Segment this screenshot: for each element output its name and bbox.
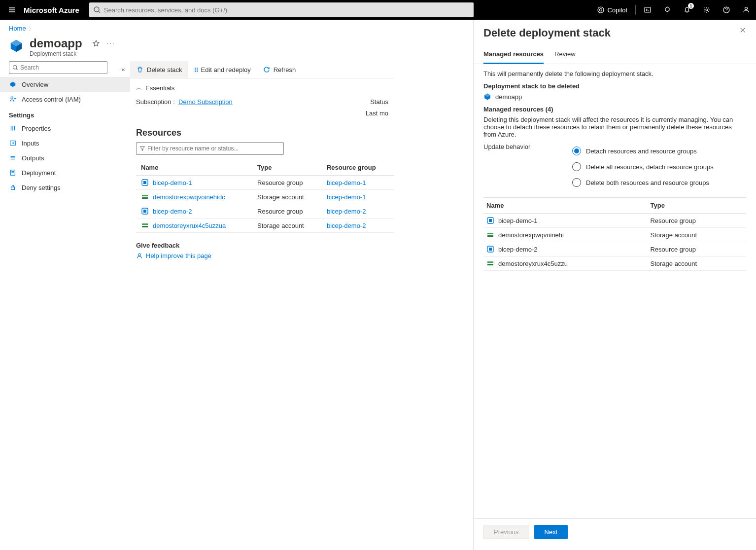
svg-point-8 — [706, 9, 708, 11]
col-rg[interactable]: Resource group — [322, 160, 394, 176]
page-header: demoapp Deployment stack ··· — [0, 35, 394, 61]
radio-detach[interactable]: Detach resources and resource groups — [572, 143, 714, 159]
rg-link[interactable]: bicep-demo-2 — [327, 222, 366, 229]
radio-icon — [572, 178, 581, 187]
breadcrumb-home[interactable]: Home — [9, 25, 26, 32]
search-icon — [93, 6, 101, 14]
sidebar-search[interactable] — [9, 61, 107, 74]
topbar: Microsoft Azure Copilot 1 — [0, 0, 756, 20]
properties-icon — [9, 124, 17, 132]
rg-link[interactable]: bicep-demo-1 — [327, 179, 366, 186]
update-behavior-radios: Detach resources and resource groups Del… — [572, 143, 714, 190]
person-icon — [136, 253, 143, 259]
directories-icon[interactable] — [657, 0, 677, 20]
delete-panel: Delete deployment stack Managed resource… — [473, 20, 756, 550]
search-icon — [12, 65, 18, 71]
deployment-stack-icon — [9, 38, 24, 53]
nav-inputs[interactable]: Inputs — [0, 136, 130, 150]
page-title: demoapp — [30, 37, 82, 50]
feedback-link[interactable]: Help improve this page — [136, 252, 388, 259]
rg-link[interactable]: bicep-demo-1 — [327, 193, 366, 201]
filter-icon — [139, 146, 145, 151]
help-icon[interactable] — [717, 0, 736, 20]
svg-rect-31 — [142, 223, 148, 225]
rg-icon — [141, 179, 149, 186]
resources-filter[interactable] — [136, 142, 284, 155]
nav-deny[interactable]: Deny settings — [0, 180, 130, 195]
storage-icon — [486, 259, 494, 267]
resource-link[interactable]: demostoreyxrux4c5uzzua — [153, 222, 226, 229]
more-icon[interactable]: ··· — [107, 39, 115, 49]
resource-link[interactable]: demostorexpwqvoinehidc — [153, 193, 225, 201]
global-search[interactable] — [89, 2, 474, 17]
rg-icon — [486, 217, 494, 224]
svg-rect-27 — [142, 195, 148, 196]
subscription-label: Subscription : — [136, 98, 175, 106]
main-content: Delete stack ⁝⁝ Edit and redeploy Refres… — [130, 61, 394, 268]
table-row: bicep-demo-2Resource group — [483, 242, 746, 257]
tab-managed-resources[interactable]: Managed resources — [483, 46, 544, 64]
table-row: demostorexpwqvoinehidcStorage accountbic… — [136, 190, 394, 204]
global-search-input[interactable] — [104, 6, 470, 14]
resources-table: Name Type Resource group bicep-demo-1Res… — [136, 160, 394, 233]
sidebar-search-input[interactable] — [20, 64, 104, 71]
resources-filter-input[interactable] — [147, 145, 280, 152]
panel-col-type[interactable]: Type — [647, 198, 746, 214]
chevron-up-icon: ︿ — [136, 83, 142, 92]
svg-line-12 — [16, 69, 17, 70]
panel-title: Delete deployment stack — [483, 27, 611, 39]
radio-icon — [572, 147, 581, 155]
notifications-icon[interactable]: 1 — [677, 0, 697, 20]
panel-col-name[interactable]: Name — [483, 198, 647, 214]
nav-outputs[interactable]: Outputs — [0, 150, 130, 165]
svg-rect-43 — [487, 264, 493, 265]
feedback-title: Give feedback — [136, 242, 388, 249]
copilot-button[interactable]: Copilot — [591, 6, 633, 14]
radio-delete-both[interactable]: Delete both resources and resource group… — [572, 175, 714, 190]
rg-link[interactable]: bicep-demo-2 — [327, 208, 366, 215]
cloud-shell-icon[interactable] — [638, 0, 657, 20]
svg-point-3 — [94, 7, 99, 12]
previous-button[interactable]: Previous — [483, 525, 529, 539]
svg-point-6 — [599, 9, 602, 11]
col-name[interactable]: Name — [136, 160, 252, 176]
table-row: demostoreyxrux4c5uzzuStorage account — [483, 257, 746, 271]
toolbar: Delete stack ⁝⁝ Edit and redeploy Refres… — [130, 61, 394, 78]
rg-icon — [486, 245, 494, 253]
radio-icon — [572, 162, 581, 171]
update-behavior-label: Update behavior — [483, 143, 552, 190]
nav-iam[interactable]: Access control (IAM) — [0, 92, 130, 107]
nav-properties[interactable]: Properties — [0, 121, 130, 136]
brand-label[interactable]: Microsoft Azure — [24, 6, 89, 14]
nav-overview[interactable]: Overview — [0, 77, 130, 92]
refresh-button[interactable]: Refresh — [257, 61, 302, 78]
svg-rect-26 — [143, 181, 146, 184]
svg-point-5 — [598, 7, 604, 13]
collapse-sidebar-button[interactable]: « — [116, 66, 130, 73]
subscription-link[interactable]: Demo Subscription — [178, 98, 233, 106]
hamburger-menu[interactable] — [0, 6, 24, 14]
deployment-stack-icon — [483, 93, 491, 101]
col-type[interactable]: Type — [252, 160, 322, 176]
next-button[interactable]: Next — [534, 525, 568, 539]
close-panel-button[interactable] — [739, 27, 746, 39]
notification-badge: 1 — [688, 3, 694, 9]
svg-rect-38 — [487, 233, 493, 234]
essentials-toggle[interactable]: ︿ Essentials — [136, 83, 388, 92]
favorite-icon[interactable] — [92, 39, 100, 49]
svg-point-33 — [138, 254, 140, 256]
svg-rect-28 — [142, 197, 148, 199]
feedback-icon[interactable] — [736, 0, 756, 20]
delete-stack-button[interactable]: Delete stack — [130, 61, 188, 78]
edit-redeploy-button[interactable]: ⁝⁝ Edit and redeploy — [188, 62, 257, 78]
overview-icon — [9, 80, 17, 88]
table-row: demostorexpwqvoinehiStorage account — [483, 228, 746, 242]
panel-managed-para: Deleting this deployment stack will affe… — [483, 116, 746, 138]
resource-link[interactable]: bicep-demo-2 — [153, 208, 192, 215]
radio-delete-resources[interactable]: Delete all resources, detach resource gr… — [572, 159, 714, 175]
tab-review[interactable]: Review — [554, 46, 576, 64]
lock-icon — [9, 183, 17, 191]
nav-deployment[interactable]: Deployment — [0, 165, 130, 180]
settings-icon[interactable] — [697, 0, 717, 20]
resource-link[interactable]: bicep-demo-1 — [153, 179, 192, 186]
